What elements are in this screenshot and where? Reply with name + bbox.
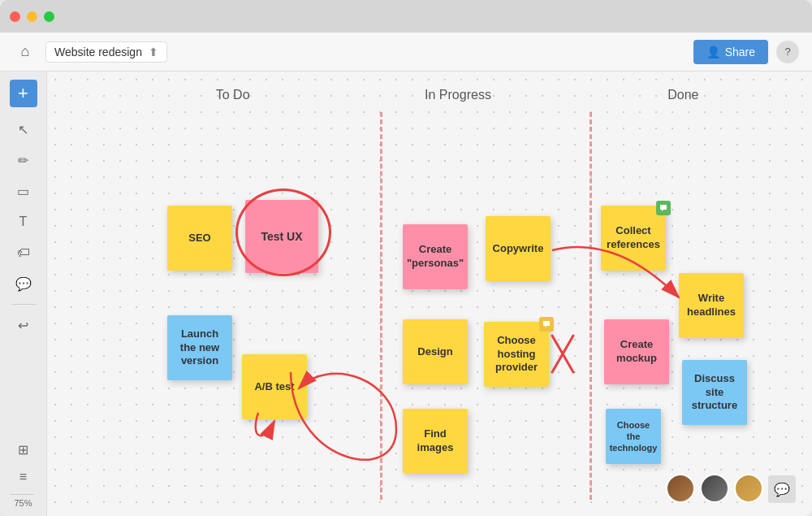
svg-line-1	[552, 336, 573, 372]
sticky-wrapper-choose-hosting: Choose hosting provider	[484, 322, 549, 387]
sticky-badge-refs	[656, 201, 671, 215]
main-area: + ↖ ✏ ▭ T 🏷 💬 ↩ ⊞ ≡ 75% To Do In Progres…	[0, 72, 812, 516]
maximize-button[interactable]	[44, 11, 54, 22]
titlebar	[0, 0, 812, 33]
canvas[interactable]: To Do In Progress Done SEO Test UX	[47, 72, 812, 516]
sticky-ab-test[interactable]: A/B test	[242, 354, 307, 419]
sticky-badge-hosting	[539, 317, 554, 332]
sticky-wrapper-collect-refs: Collect references	[601, 206, 666, 271]
close-button[interactable]	[10, 11, 20, 22]
label-tool[interactable]: 🏷	[10, 239, 37, 267]
sticky-discuss-structure[interactable]: Discuss site structure	[682, 360, 747, 425]
sidebar-divider-2	[10, 494, 34, 495]
sticky-create-mockup[interactable]: Create mockup	[604, 319, 669, 384]
column-headers: To Do In Progress Done	[120, 88, 796, 102]
app-window: ⌂ Website redesign ⬆ 👤 Share ? + ↖ ✏ ▭ T…	[0, 0, 812, 516]
sticky-launch[interactable]: Launch the new version	[167, 315, 232, 380]
undo-tool[interactable]: ↩	[10, 311, 37, 339]
comment-tool[interactable]: 💬	[10, 270, 37, 297]
separator-line-2	[590, 112, 592, 500]
done-column-header: Done	[571, 88, 796, 102]
sidebar-divider	[11, 304, 36, 305]
project-name[interactable]: Website redesign ⬆	[45, 41, 167, 63]
project-title-label: Website redesign	[54, 46, 142, 59]
sticky-seo[interactable]: SEO	[167, 206, 232, 271]
sidebar-bottom: ⊞ ≡ 75%	[10, 436, 37, 508]
list-view-tool[interactable]: ≡	[10, 463, 37, 491]
sticky-choose-technology[interactable]: Choose the technology	[606, 409, 661, 464]
grid-view-tool[interactable]: ⊞	[10, 436, 37, 463]
share-person-icon: 👤	[706, 46, 720, 59]
sticky-copywrite[interactable]: Copywrite	[486, 216, 551, 281]
user-avatars	[666, 474, 763, 503]
separator-line-1	[380, 112, 382, 500]
avatar-1[interactable]	[666, 474, 695, 503]
sticky-design[interactable]: Design	[403, 319, 468, 384]
sticky-test-ux[interactable]: Test UX	[245, 200, 318, 273]
sticky-collect-references[interactable]: Collect references	[601, 206, 666, 271]
inprogress-column-header: In Progress	[345, 88, 570, 102]
share-label: Share	[725, 46, 755, 59]
toolbar: ⌂ Website redesign ⬆ 👤 Share ?	[0, 33, 812, 72]
sticky-choose-hosting[interactable]: Choose hosting provider	[484, 322, 549, 387]
avatar-2[interactable]	[700, 474, 729, 503]
cursor-tool[interactable]: ↖	[10, 115, 37, 143]
sticky-wrapper-test-ux: Test UX	[245, 200, 318, 273]
upload-icon: ⬆	[149, 46, 158, 59]
sticky-find-images[interactable]: Find images	[403, 409, 468, 474]
share-button[interactable]: 👤 Share	[693, 40, 768, 64]
pencil-tool[interactable]: ✏	[10, 146, 37, 174]
text-tool[interactable]: T	[10, 208, 37, 236]
add-button[interactable]: +	[10, 80, 37, 107]
sticky-write-headlines[interactable]: Write headlines	[679, 273, 744, 338]
todo-column-header: To Do	[120, 88, 345, 102]
zoom-level: 75%	[10, 498, 37, 508]
help-button[interactable]: ?	[776, 41, 799, 63]
chat-icon[interactable]: 💬	[768, 475, 796, 503]
sidebar: + ↖ ✏ ▭ T 🏷 💬 ↩ ⊞ ≡ 75%	[0, 72, 47, 516]
svg-line-2	[552, 336, 573, 372]
minimize-button[interactable]	[27, 11, 37, 22]
avatar-3[interactable]	[734, 474, 763, 503]
home-button[interactable]: ⌂	[13, 40, 37, 64]
sticky-create-personas[interactable]: Create "personas"	[403, 224, 468, 289]
rectangle-tool[interactable]: ▭	[10, 177, 37, 205]
